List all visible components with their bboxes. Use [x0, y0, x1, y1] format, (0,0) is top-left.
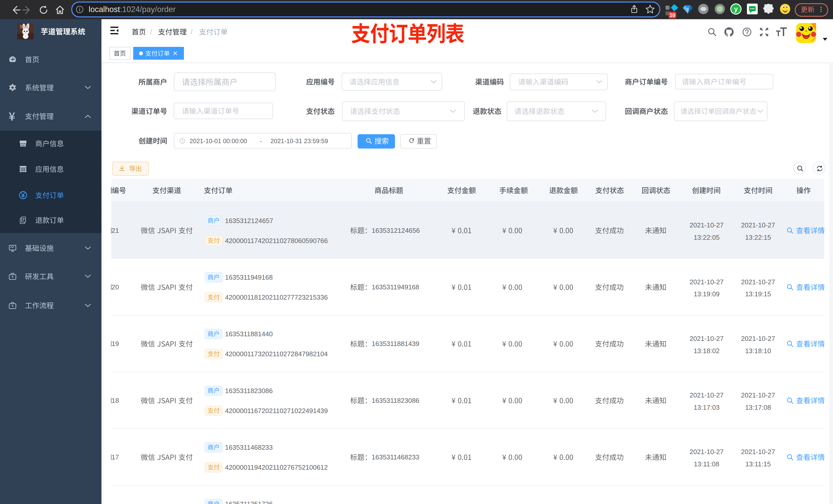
svg-text:10: 10 — [670, 12, 675, 18]
svg-text:y: y — [734, 5, 738, 13]
